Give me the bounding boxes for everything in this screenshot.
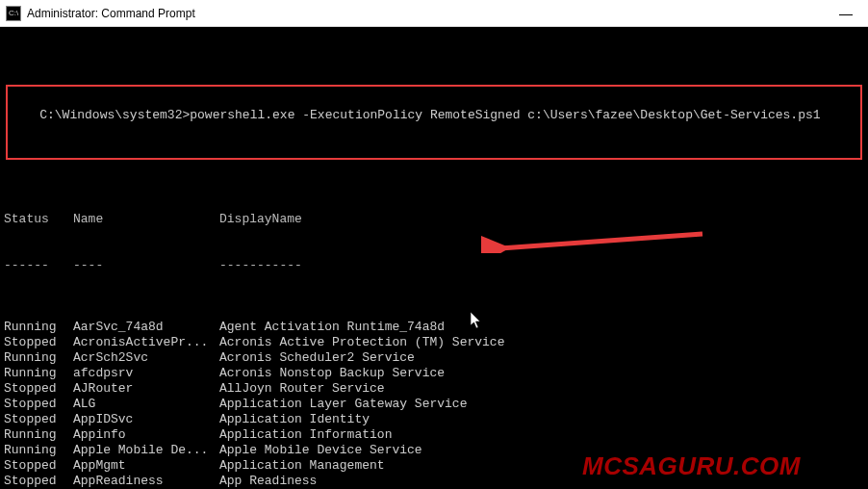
service-displayname: Application Layer Gateway Service [219,397,864,412]
table-row: RunningAcrSch2SvcAcronis Scheduler2 Serv… [4,350,864,366]
service-name: AarSvc_74a8d [73,320,219,335]
service-status: Running [4,320,73,335]
svg-line-0 [500,234,702,248]
table-divider: ------ ---- ----------- [4,258,864,273]
service-name: afcdpsrv [73,366,219,381]
service-status: Stopped [4,458,73,474]
table-row: StoppedAppIDSvcApplication Identity [4,412,864,427]
service-displayname: Application Identity [219,412,864,427]
window-titlebar: C:\ Administrator: Command Prompt — [0,0,868,27]
service-name: AcronisActivePr... [73,335,219,350]
service-displayname: Acronis Active Protection (TM) Service [219,335,864,350]
command-highlight-box: C:\Windows\system32>powershell.exe -Exec… [6,85,862,160]
service-status: Running [4,427,73,443]
service-status: Stopped [4,381,73,397]
command-line: C:\Windows\system32>powershell.exe -Exec… [39,108,820,122]
service-status: Stopped [4,335,73,350]
service-displayname: Application Information [219,427,864,443]
table-row: StoppedALGApplication Layer Gateway Serv… [4,397,864,412]
header-status: Status [4,212,73,227]
service-name: Apple Mobile De... [73,443,219,458]
header-displayname: DisplayName [219,212,864,227]
service-status: Running [4,443,73,458]
table-row: RunningAarSvc_74a8dAgent Activation Runt… [4,320,864,335]
service-name: AppIDSvc [73,412,219,427]
table-row: StoppedAcronisActivePr...Acronis Active … [4,335,864,350]
service-name: AcrSch2Svc [73,350,219,366]
service-status: Running [4,366,73,381]
service-status: Stopped [4,474,73,489]
service-displayname: Acronis Scheduler2 Service [219,350,864,366]
minimize-button[interactable]: — [830,0,862,26]
service-displayname: Agent Activation Runtime_74a8d [219,320,864,335]
service-name: AJRouter [73,381,219,397]
service-displayname: AllJoyn Router Service [219,381,864,397]
service-name: Appinfo [73,427,219,443]
service-name: AppReadiness [73,474,219,489]
service-status: Stopped [4,397,73,412]
service-displayname: Acronis Nonstop Backup Service [219,366,864,381]
window-title: Administrator: Command Prompt [27,7,195,20]
header-name: Name [73,212,219,227]
prompt-path: C:\Windows\system32> [39,108,190,122]
cmd-icon: C:\ [6,6,21,21]
watermark-text: MCSAGURU.COM [582,458,801,474]
table-row: StoppedAJRouterAllJoyn Router Service [4,381,864,397]
service-name: AppMgmt [73,458,219,474]
terminal-area[interactable]: C:\Windows\system32>powershell.exe -Exec… [0,27,868,489]
service-status: Running [4,350,73,366]
table-row: RunningAppinfoApplication Information [4,427,864,443]
command-text: powershell.exe -ExecutionPolicy RemoteSi… [190,108,820,122]
table-row: RunningafcdpsrvAcronis Nonstop Backup Se… [4,366,864,381]
service-status: Stopped [4,412,73,427]
service-name: ALG [73,397,219,412]
table-header: Status Name DisplayName [4,212,864,227]
